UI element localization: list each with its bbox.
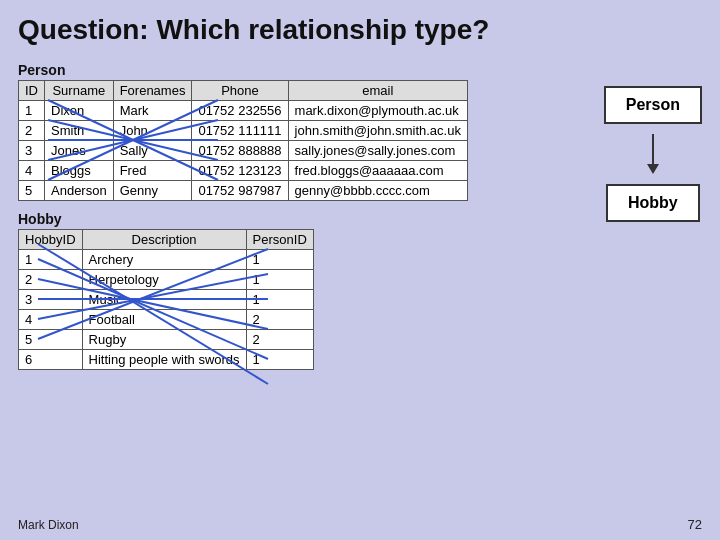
tables-row: Person ID Surname Forenames Phone email … [18,56,702,374]
person-col-phone: Phone [192,81,288,101]
person-table: ID Surname Forenames Phone email 1DixonM… [18,80,468,201]
person-col-email: email [288,81,467,101]
table-row: 2Herpetology1 [19,270,314,290]
table-row: 1Archery1 [19,250,314,270]
table-row: 2SmithJohn01752 111111john.smith@john.sm… [19,121,468,141]
table-row: 3Music1 [19,290,314,310]
left-section: Person ID Surname Forenames Phone email … [18,56,584,374]
person-col-forenames: Forenames [113,81,192,101]
hobby-col-personid: PersonID [246,230,313,250]
hobby-table-wrap: HobbyID Description PersonID 1Archery12H… [18,229,314,370]
hobby-col-desc: Description [82,230,246,250]
table-row: 1DixonMark01752 232556mark.dixon@plymout… [19,101,468,121]
diagram-arrow [647,134,659,174]
diagram-hobby-box: Hobby [606,184,700,222]
footer-right: 72 [688,517,702,532]
table-row: 3JonesSally01752 888888sally.jones@sally… [19,141,468,161]
person-col-id: ID [19,81,45,101]
slide: Question: Which relationship type? Perso… [0,0,720,540]
table-row: 4BloggsFred01752 123123fred.bloggs@aaaaa… [19,161,468,181]
right-diagram-section: Person Hobby [604,56,702,222]
arrow-line [652,134,654,164]
diagram-person-box: Person [604,86,702,124]
hobby-label: Hobby [18,211,584,227]
person-col-surname: Surname [45,81,114,101]
table-row: 6Hitting people with swords1 [19,350,314,370]
person-label: Person [18,62,584,78]
slide-title: Question: Which relationship type? [18,14,702,46]
table-row: 5AndersonGenny01752 987987genny@bbbb.ccc… [19,181,468,201]
table-row: 4Football2 [19,310,314,330]
table-row: 5Rugby2 [19,330,314,350]
arrow-head [647,164,659,174]
hobby-col-id: HobbyID [19,230,83,250]
hobby-table: HobbyID Description PersonID 1Archery12H… [18,229,314,370]
footer-left: Mark Dixon [18,518,79,532]
person-table-wrap: ID Surname Forenames Phone email 1DixonM… [18,80,468,201]
